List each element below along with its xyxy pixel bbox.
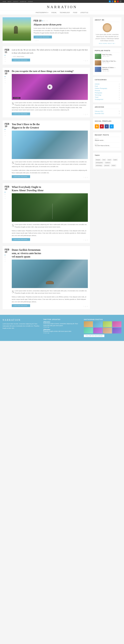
nav-technology[interactable]: Technology bbox=[60, 12, 70, 13]
tag-lifestyle[interactable]: lifestyle bbox=[95, 159, 101, 161]
post-family-readmore[interactable]: CONTINUE READING › bbox=[12, 304, 30, 307]
facebook-icon-top[interactable] bbox=[112, 0, 114, 2]
archive-feb14[interactable]: February 20145 bbox=[95, 110, 120, 112]
post-travel-cat: — bbox=[5, 195, 12, 197]
popular-title-1[interactable]: Read This today... bbox=[102, 54, 113, 56]
post-family-actions: CONTINUE READING › ♡ ◻ ↗ bbox=[12, 304, 88, 307]
popular-title-2[interactable]: Some Way to Help You... bbox=[102, 60, 117, 62]
post-video-like[interactable]: ♡ bbox=[83, 114, 84, 115]
post-quote-readmore[interactable]: CONTINUE READING › bbox=[12, 58, 30, 62]
post-travel-title: What Everybody Ought to Know About Trave… bbox=[12, 185, 88, 192]
tag-food[interactable]: food bbox=[102, 159, 106, 161]
nav-photography[interactable]: Photography ▾ bbox=[36, 12, 48, 13]
post-arch-readmore[interactable]: CONTINUE READING › bbox=[12, 175, 30, 178]
site-header: NARRATION bbox=[0, 3, 124, 10]
tag-photography[interactable]: photography bbox=[95, 162, 104, 164]
post-arch-date: FEB bbox=[5, 123, 12, 125]
nav-lifestyle[interactable]: Lifestyle bbox=[80, 12, 88, 13]
cat-outdoor[interactable]: Outdoor Photography1 bbox=[95, 87, 120, 90]
post-arch-like[interactable]: ♡ bbox=[83, 176, 84, 178]
top-nav-about[interactable]: ABOUT bbox=[7, 1, 11, 2]
post-video-share[interactable]: ↗ bbox=[87, 114, 88, 115]
instagram-follow-button[interactable]: FOLLOW ON INSTAGRAM bbox=[84, 334, 104, 337]
pinterest-icon-top[interactable] bbox=[117, 0, 119, 2]
search-icon-top[interactable] bbox=[120, 0, 122, 2]
instagram-6[interactable] bbox=[93, 328, 103, 334]
featured-share-icon[interactable]: ↗ bbox=[37, 40, 38, 41]
cat-personal[interactable]: Personal1 bbox=[95, 90, 120, 92]
instagram-5[interactable] bbox=[84, 328, 93, 334]
tag-technology[interactable]: technology bbox=[95, 164, 103, 166]
post-arch-text1: S Lorem ipsum dolor sit amet, consectetu… bbox=[12, 160, 88, 168]
instagram-7[interactable] bbox=[103, 328, 112, 334]
post-arch-author: ● bbox=[5, 130, 12, 132]
instagram-1[interactable] bbox=[84, 321, 93, 327]
post-quote-share[interactable]: ↗ bbox=[87, 60, 88, 61]
featured-post-author: ● bbox=[44, 20, 44, 22]
footer-twitter: TWITTER UPDATES @Narration Lorem ipsum d… bbox=[43, 319, 81, 337]
cat-travel[interactable]: Travel1 bbox=[95, 96, 120, 98]
featured-comment-icon[interactable]: ◻ bbox=[35, 40, 37, 41]
instagram-8[interactable] bbox=[112, 328, 122, 334]
cat-uncategorized[interactable]: Uncategorized1 bbox=[95, 98, 120, 100]
post-travel-comment[interactable]: ◻ bbox=[85, 240, 86, 241]
post-family-like[interactable]: ♡ bbox=[83, 306, 84, 307]
post-video-actions: CONTINUE READING › ♡ ◻ ↗ bbox=[12, 112, 88, 115]
twitter-button[interactable]: t bbox=[110, 124, 114, 128]
popular-date-1: Feb 10, 2014 bbox=[102, 56, 113, 57]
nav-visual[interactable]: Visual bbox=[51, 12, 57, 13]
tag-health[interactable]: health bbox=[113, 159, 118, 161]
featured-read-more[interactable]: CONTINUE READING › bbox=[34, 36, 52, 38]
twitter-icon-top[interactable] bbox=[109, 0, 111, 2]
tag-travel[interactable]: travel bbox=[107, 159, 112, 161]
recent-title-1[interactable]: Aliquam auctor... bbox=[95, 140, 120, 141]
post-family-title: Donec facilisis fermentum sem, ac viverr… bbox=[12, 248, 88, 258]
rss-button[interactable] bbox=[95, 124, 99, 128]
tag-outdoors[interactable]: outdoors bbox=[104, 162, 111, 164]
post-quote-body: Look at the sky. We are not alone. The w… bbox=[12, 48, 88, 62]
recent-title-2[interactable]: You Don't Have to Be the... bbox=[95, 145, 120, 146]
post-video-comment[interactable]: ◻ bbox=[85, 114, 86, 115]
post-video-readmore[interactable]: CONTINUE READING › bbox=[12, 112, 30, 115]
archive-dec13[interactable]: December 20132 bbox=[95, 112, 120, 115]
instagram-2[interactable] bbox=[93, 321, 103, 327]
post-arch-share[interactable]: ↗ bbox=[87, 176, 88, 178]
facebook-button[interactable]: f bbox=[105, 124, 109, 128]
post-travel-like[interactable]: ♡ bbox=[83, 240, 84, 241]
recent-title: RECENT POSTS bbox=[95, 134, 120, 137]
play-button[interactable] bbox=[47, 84, 52, 90]
post-quote-like[interactable]: ♡ bbox=[83, 60, 84, 61]
about-readmore[interactable]: READ MORE ABOUT ME › bbox=[95, 43, 120, 44]
nav-food[interactable]: Food bbox=[73, 12, 77, 13]
top-nav-contact[interactable]: CONTACT bbox=[13, 1, 18, 2]
tag-personal[interactable]: personal bbox=[104, 164, 110, 166]
post-arch-text2: In porttitor nulla lorem, vitae accumsan… bbox=[12, 169, 88, 174]
top-nav-home[interactable]: HOME bbox=[2, 1, 6, 2]
post-quote: FEB 11 ● — — Look at the sky. We are not… bbox=[2, 46, 90, 64]
post-travel-text2: Nulla ac mattis turpis. Phasellus sit am… bbox=[12, 230, 88, 237]
pinterest-button[interactable]: P bbox=[100, 124, 104, 128]
instagram-4[interactable] bbox=[112, 321, 122, 327]
rss-icon-top[interactable] bbox=[114, 0, 116, 2]
post-quote-comment[interactable]: ◻ bbox=[85, 60, 86, 61]
page-container: FEB 10 ● — — Aliquam auctor dictum porta… bbox=[0, 15, 124, 315]
popular-title-3[interactable]: Methods of Children — Scratched... bbox=[102, 67, 120, 70]
social-profiles-row: P f t bbox=[95, 124, 120, 128]
post-quote-attribution: — A.P.J. Abdul Kalam bbox=[12, 56, 88, 57]
post-family-comment[interactable]: ◻ bbox=[85, 306, 86, 307]
cat-technology[interactable]: Technology1 bbox=[95, 94, 120, 96]
instagram-3[interactable] bbox=[103, 321, 112, 327]
cat-food[interactable]: Food1 bbox=[95, 85, 120, 87]
sidebar-categories: CATEGORIES Lifestyle1 Food1 Outdoor Phot… bbox=[93, 77, 122, 102]
post-family-share[interactable]: ↗ bbox=[87, 306, 88, 307]
cat-lifestyle[interactable]: Lifestyle1 bbox=[95, 83, 120, 85]
tag-nature[interactable]: nature bbox=[111, 164, 116, 166]
post-travel-share[interactable]: ↗ bbox=[87, 240, 88, 241]
featured-like-icon[interactable]: ♡ bbox=[34, 40, 35, 41]
cat-photography[interactable]: Photography1 bbox=[95, 92, 120, 94]
top-nav-sitemap[interactable]: SITEMAP bbox=[28, 1, 33, 2]
post-travel-readmore[interactable]: CONTINUE READING › bbox=[12, 238, 30, 241]
top-nav-advertise[interactable]: ADVERTISE bbox=[20, 1, 26, 2]
post-arch-comment[interactable]: ◻ bbox=[85, 176, 86, 178]
post-arch-date-block: FEB 10 ● — — bbox=[5, 122, 12, 178]
